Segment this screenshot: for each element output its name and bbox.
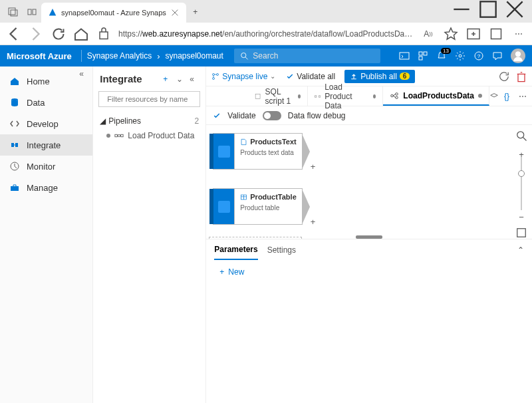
forward-button — [28, 26, 44, 42]
tree-item-load-product-data[interactable]: Load Product Data — [98, 128, 200, 143]
extensions-icon[interactable] — [488, 26, 504, 42]
refresh-button[interactable] — [51, 26, 66, 42]
dirty-dot-icon — [373, 94, 376, 98]
zoom-slider-track[interactable] — [521, 157, 522, 210]
svg-rect-5 — [100, 32, 108, 39]
svg-rect-20 — [115, 134, 118, 137]
zoom-out-icon[interactable]: − — [515, 210, 528, 223]
add-resource-button[interactable]: + — [163, 74, 172, 84]
feedback-icon[interactable] — [492, 51, 503, 61]
props-tab-settings[interactable]: Settings — [267, 241, 296, 259]
address-bar[interactable]: https://web.azuresynapse.net/en/authorin… — [118, 29, 414, 39]
filter-input[interactable] — [107, 95, 199, 103]
home-icon — [9, 76, 20, 86]
directory-icon[interactable] — [418, 51, 428, 61]
notifications-icon[interactable] — [436, 51, 447, 61]
checkmark-icon — [286, 72, 294, 80]
dirty-dot-icon — [298, 94, 301, 98]
database-icon — [9, 97, 20, 108]
explorer-chevron-icon[interactable]: ⌄ — [176, 74, 186, 84]
add-step-button[interactable]: + — [311, 162, 316, 172]
editor-tab-load-product-data[interactable]: Load Product Data — [308, 86, 384, 106]
filter-input-wrapper[interactable] — [98, 91, 200, 107]
browser-menu-button[interactable]: ⋯ — [511, 26, 527, 42]
home-button[interactable] — [73, 26, 89, 42]
add-step-button[interactable]: + — [311, 217, 316, 227]
collapse-nav-icon[interactable]: « — [79, 69, 90, 80]
learn-icon[interactable] — [489, 92, 499, 101]
table-icon — [240, 194, 247, 201]
synapse-live-mode[interactable]: Synapse live ⌄ — [211, 72, 275, 81]
dataset-icon — [218, 146, 230, 158]
tree-group-pipelines[interactable]: ◢ Pipelines 2 — [98, 114, 200, 128]
editor-tab-sql-script-1[interactable]: SQL script 1 — [248, 86, 307, 106]
back-button[interactable] — [5, 26, 21, 42]
site-info-icon[interactable] — [96, 26, 112, 42]
svg-rect-1 — [11, 10, 17, 16]
global-search[interactable] — [234, 49, 380, 63]
svg-rect-2 — [28, 9, 31, 15]
svg-rect-0 — [9, 8, 15, 15]
new-tab-button[interactable]: + — [186, 3, 205, 21]
svg-text:?: ? — [477, 53, 481, 59]
collapse-props-icon[interactable]: ⌃ — [517, 245, 524, 255]
svg-rect-4 — [480, 1, 495, 17]
read-aloud-icon[interactable]: A)) — [420, 26, 436, 42]
discard-icon[interactable] — [515, 70, 528, 83]
data-flow-debug-toggle[interactable] — [263, 111, 281, 120]
refresh-icon[interactable] — [497, 70, 511, 83]
azure-brand: Microsoft Azure — [7, 51, 72, 61]
avatar[interactable] — [511, 49, 525, 63]
svg-point-17 — [11, 98, 18, 101]
svg-point-13 — [459, 55, 462, 57]
cloud-shell-icon[interactable] — [399, 51, 410, 61]
nav-develop[interactable]: Develop — [0, 113, 92, 134]
browser-tab[interactable]: synapsel0omaut - Azure Synaps — [41, 3, 186, 23]
validate-button[interactable]: Validate — [227, 111, 255, 120]
pipeline-icon — [315, 92, 321, 101]
svg-rect-10 — [419, 52, 422, 55]
source-producttable[interactable]: ProductTable Product table + — [213, 188, 303, 225]
props-tab-parameters[interactable]: Parameters — [214, 240, 257, 260]
window-maximize-button[interactable] — [475, 0, 501, 19]
close-icon[interactable] — [170, 8, 180, 17]
collections-icon[interactable] — [466, 26, 481, 42]
tab-group-icon[interactable] — [27, 7, 37, 17]
svg-point-29 — [391, 94, 394, 97]
tabs-overview-icon[interactable] — [8, 7, 19, 17]
search-icon — [239, 51, 249, 61]
add-source-placeholder[interactable] — [209, 237, 302, 239]
nav-integrate[interactable]: Integrate — [0, 134, 92, 156]
validate-all-button[interactable]: Validate all — [286, 72, 335, 81]
fit-screen-icon[interactable] — [515, 226, 528, 239]
workspace-name[interactable]: synapsel0omaut — [165, 51, 223, 61]
help-icon[interactable]: ? — [473, 51, 484, 61]
publish-all-button[interactable]: Publish all 6 — [344, 70, 415, 83]
nav-data[interactable]: Data — [0, 92, 92, 113]
nav-manage[interactable]: Manage — [0, 177, 92, 198]
nav-monitor[interactable]: Monitor — [0, 156, 92, 177]
svg-rect-11 — [424, 52, 427, 55]
svg-point-30 — [396, 92, 398, 95]
left-nav: « Home Data Develop Integrate Monitor Ma… — [0, 67, 93, 403]
pipeline-icon — [114, 131, 124, 140]
search-canvas-icon[interactable] — [515, 129, 528, 142]
dataflow-canvas[interactable]: ProductsText Products text data + Produc… — [206, 125, 532, 239]
zoom-slider-knob[interactable] — [518, 170, 525, 177]
more-icon[interactable]: ⋯ — [519, 92, 527, 101]
favorite-icon[interactable] — [443, 26, 459, 42]
integrate-icon — [9, 140, 20, 150]
new-parameter-button[interactable]: + New — [206, 261, 532, 283]
search-input[interactable] — [253, 51, 375, 61]
publish-count-badge: 6 — [400, 72, 410, 80]
collapse-explorer-icon[interactable]: « — [190, 74, 199, 84]
editor-tab-loadproductsdata[interactable]: LoadProductsData — [383, 86, 489, 106]
window-minimize-button[interactable] — [448, 0, 475, 19]
svg-point-31 — [396, 96, 398, 98]
svg-rect-21 — [121, 134, 124, 137]
service-name[interactable]: Synapse Analytics — [87, 51, 152, 61]
source-productstext[interactable]: ProductsText Products text data + — [213, 133, 303, 170]
code-braces-icon[interactable]: {} — [504, 92, 513, 101]
window-close-button[interactable] — [501, 0, 528, 19]
gear-icon[interactable] — [455, 51, 466, 61]
